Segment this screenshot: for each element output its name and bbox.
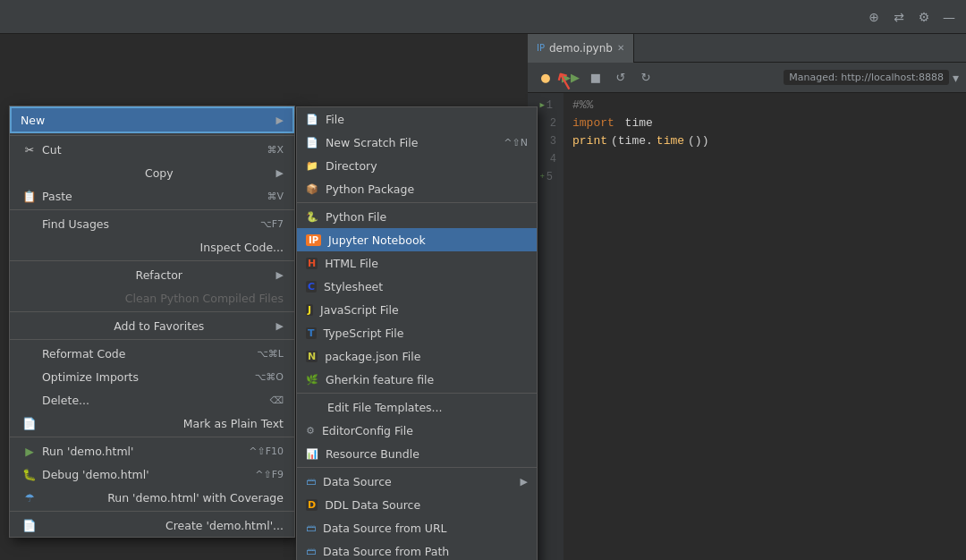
create-icon: 📄: [21, 519, 38, 532]
settings-icon[interactable]: ⚙: [914, 7, 934, 27]
clean-label: Clean Python Compiled Files: [125, 292, 284, 305]
sm-typescript-label: TypeScript File: [324, 327, 404, 340]
sm-python-file[interactable]: 🐍 Python File: [297, 205, 537, 228]
jupyter-toolbar: ● ▶▶ ■ ↺ ↻ Managed: http://localhost:888…: [528, 63, 966, 93]
url-source-icon: 🗃: [306, 522, 316, 534]
menu-item-favorites[interactable]: Add to Favorites ▶: [10, 314, 294, 337]
restart-btn[interactable]: ↺: [610, 67, 631, 89]
menu-item-refactor[interactable]: Refactor ▶: [10, 263, 294, 286]
new-submenu: 📄 File 📄 New Scratch File ^⇧N 📁 Director…: [296, 106, 538, 560]
main-sep-7: [10, 511, 294, 512]
menu-item-copy[interactable]: Copy ▶: [10, 161, 294, 184]
refresh-btn[interactable]: ↻: [635, 67, 657, 89]
sm-python-package[interactable]: 📦 Python Package: [297, 177, 537, 200]
sm-html[interactable]: H HTML File: [297, 251, 537, 275]
sm-data-source[interactable]: 🗃 Data Source ▶: [297, 470, 537, 493]
switch-icon[interactable]: ⇄: [889, 7, 909, 27]
sm-edit-templates[interactable]: Edit File Templates...: [297, 395, 537, 419]
cut-label: Cut: [42, 143, 62, 157]
optimize-shortcut: ⌥⌘O: [255, 371, 284, 383]
tab-close-icon[interactable]: ✕: [617, 43, 624, 53]
run-cell-btn[interactable]: ●: [535, 67, 556, 89]
sm-python-file-label: Python File: [326, 210, 386, 224]
sm-file-label: File: [326, 113, 344, 126]
directory-icon: 📁: [306, 160, 318, 172]
menu-item-reformat[interactable]: Reformat Code ⌥⌘L: [10, 342, 294, 365]
resource-bundle-icon: 📊: [306, 448, 318, 460]
sm-javascript[interactable]: J JavaScript File: [297, 298, 537, 321]
globe-icon[interactable]: ⊕: [864, 7, 884, 27]
menu-item-debug[interactable]: 🐛 Debug 'demo.html' ^⇧F9: [10, 462, 294, 486]
sm-jupyter[interactable]: IP Jupyter Notebook: [297, 228, 537, 251]
sm-path-source-label: Data Source from Path: [323, 545, 449, 558]
main-sep-2: [10, 209, 294, 210]
favorites-label: Add to Favorites: [114, 319, 204, 333]
menu-item-delete[interactable]: Delete... ⌫: [10, 388, 294, 412]
sm-editor-config[interactable]: ⚙ EditorConfig File: [297, 419, 537, 442]
sm-package-json-label: package.json File: [325, 350, 420, 363]
refactor-arrow-icon: ▶: [276, 269, 284, 281]
menu-item-run[interactable]: ▶ Run 'demo.html' ^⇧F10: [10, 439, 294, 462]
paste-label: Paste: [42, 190, 72, 203]
sm-edit-templates-label: Edit File Templates...: [327, 401, 443, 414]
minimize-icon[interactable]: —: [939, 7, 959, 27]
stop-btn[interactable]: ■: [585, 67, 606, 89]
tab-icon: IP: [537, 43, 545, 53]
sm-gherkin-label: Gherkin feature file: [326, 373, 434, 386]
sm-path-source[interactable]: 🗃 Data Source from Path: [297, 539, 537, 560]
menu-item-run-coverage[interactable]: ☂ Run 'demo.html' with Coverage: [10, 486, 294, 509]
sm-sep-1: [297, 202, 537, 203]
sm-resource-bundle-label: Resource Bundle: [326, 447, 419, 461]
sm-typescript[interactable]: T TypeScript File: [297, 321, 537, 344]
server-dropdown-icon[interactable]: ▾: [953, 71, 959, 85]
code-editor: ▶1 2 3 4 +5 #%% import time print (time.…: [528, 93, 966, 560]
menu-item-paste[interactable]: 📋 Paste ⌘V: [10, 184, 294, 208]
sm-stylesheet[interactable]: C Stylesheet: [297, 275, 537, 298]
gherkin-icon: 🌿: [306, 374, 318, 386]
menu-item-clean: Clean Python Compiled Files: [10, 286, 294, 310]
run-all-btn[interactable]: ▶▶: [560, 67, 581, 89]
sm-gherkin[interactable]: 🌿 Gherkin feature file: [297, 368, 537, 391]
debug-label: Debug 'demo.html': [42, 468, 149, 481]
favorites-arrow-icon: ▶: [276, 320, 284, 332]
demo-tab[interactable]: IP demo.ipynb ✕: [528, 34, 634, 63]
refactor-label: Refactor: [136, 268, 182, 282]
sm-editor-config-label: EditorConfig File: [322, 424, 413, 437]
run-icon: ▶: [21, 445, 38, 458]
sm-python-package-label: Python Package: [326, 182, 414, 196]
menu-item-inspect-code[interactable]: Inspect Code...: [10, 235, 294, 259]
sm-url-source[interactable]: 🗃 Data Source from URL: [297, 516, 537, 539]
sm-file[interactable]: 📄 File: [297, 107, 537, 131]
sm-resource-bundle[interactable]: 📊 Resource Bundle: [297, 442, 537, 465]
scratch-icon: 📄: [306, 137, 318, 148]
menu-item-new[interactable]: New ▶ 📄 File 📄 New Scratch File ^⇧N 📁 Di…: [10, 106, 294, 133]
sm-scratch-shortcut: ^⇧N: [504, 137, 528, 148]
debug-icon: 🐛: [21, 468, 38, 481]
sm-package-json[interactable]: N package.json File: [297, 344, 537, 368]
main-sep-3: [10, 260, 294, 261]
run-shortcut: ^⇧F10: [249, 445, 284, 457]
delete-label: Delete...: [42, 394, 89, 407]
tab-label: demo.ipynb: [549, 42, 613, 55]
sm-data-source-label: Data Source: [323, 475, 392, 488]
reformat-label: Reformat Code: [42, 347, 126, 361]
sm-ddl-source[interactable]: D DDL Data Source: [297, 493, 537, 516]
menu-item-cut[interactable]: ✂ Cut ⌘X: [10, 138, 294, 161]
code-content: #%% import time print (time. time ()): [564, 93, 966, 560]
html-icon: H: [306, 258, 318, 269]
editor-config-icon: ⚙: [306, 425, 315, 437]
jupyter-icon: IP: [306, 234, 321, 246]
menu-item-mark-plain[interactable]: 📄 Mark as Plain Text: [10, 412, 294, 435]
create-label: Create 'demo.html'...: [165, 519, 284, 532]
package-json-icon: N: [306, 351, 318, 362]
reformat-shortcut: ⌥⌘L: [257, 348, 284, 360]
menu-item-find-usages[interactable]: Find Usages ⌥F7: [10, 212, 294, 235]
sm-sep-3: [297, 467, 537, 468]
find-usages-label: Find Usages: [42, 217, 109, 231]
menu-item-optimize[interactable]: Optimize Imports ⌥⌘O: [10, 365, 294, 388]
function-time: time: [657, 132, 684, 150]
menu-item-create[interactable]: 📄 Create 'demo.html'...: [10, 513, 294, 537]
sm-directory[interactable]: 📁 Directory: [297, 154, 537, 177]
main-sep-5: [10, 339, 294, 340]
sm-scratch[interactable]: 📄 New Scratch File ^⇧N: [297, 131, 537, 154]
